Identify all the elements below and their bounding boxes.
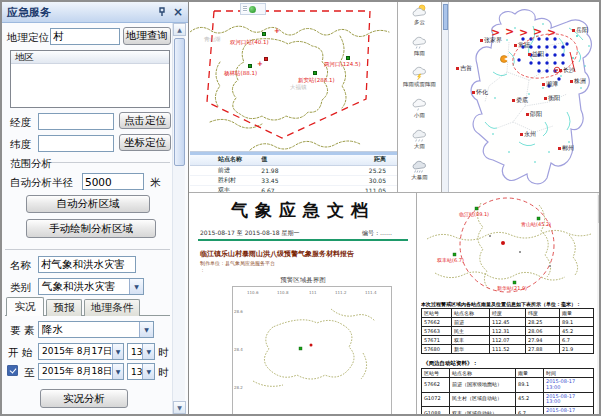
geo-query-button[interactable]: 地理查询 — [123, 27, 171, 45]
station-label: 双河口站(40.1) — [230, 40, 269, 46]
emergency-panel: 应急服务 × 地理定位 地理查询 地区 经度 点击定位 纬度 坐标定位 范围分析… — [2, 2, 189, 414]
rainstorm-icon — [410, 159, 430, 173]
chevron-down-icon[interactable]: ▼ — [142, 344, 154, 359]
scrollbar-thumb[interactable] — [174, 38, 185, 166]
city-label: 吉首 — [456, 65, 472, 71]
longitude-input[interactable] — [38, 113, 114, 130]
station-marker[interactable] — [264, 57, 268, 61]
radius-input[interactable] — [82, 173, 144, 190]
chevron-down-icon[interactable]: ▼ — [142, 364, 154, 379]
click-locate-button[interactable]: 点击定位 — [119, 112, 171, 129]
category-label: 类别 — [10, 281, 31, 295]
document-title: 气象应急文档 — [190, 199, 416, 222]
city-label: 张家界 — [480, 37, 502, 43]
element-value: 降水 — [42, 323, 63, 337]
app-window: 应急服务 × 地理定位 地理查询 地区 经度 点击定位 纬度 坐标定位 范围分析… — [0, 0, 601, 416]
end-hour-value: 13 — [131, 367, 142, 377]
end-checkbox[interactable] — [7, 365, 18, 376]
city-label: 常德 — [514, 42, 530, 48]
thunderstorm-icon — [410, 66, 430, 80]
station-marker[interactable] — [262, 32, 266, 36]
start-label: 开 始 — [8, 346, 32, 360]
nearby-station-table: 区站号站点名称雨量时间57662前进（国家级地面站）89.12015-08-17… — [421, 368, 594, 416]
start-hour-picker[interactable]: 13 ▼ — [127, 343, 155, 360]
coord-locate-button[interactable]: 坐标定位 — [119, 134, 171, 151]
station-label: 双丰站(6.7) — [437, 257, 464, 263]
radius-label: 自动分析半径 — [10, 176, 73, 190]
auto-region-button[interactable]: 自动分析区域 — [26, 195, 150, 213]
panel-scrollbar[interactable]: ▲ ▼ — [172, 23, 185, 414]
close-icon[interactable]: × — [173, 6, 183, 18]
svg-text:>: > — [547, 26, 556, 39]
legend-item: 大雨 — [398, 126, 441, 157]
document-figure: 110.6 110.8 111 111.2 111.4 28.6 28.4 28… — [232, 286, 392, 415]
map-toolbar[interactable] — [240, 3, 266, 15]
element-label: 要 素 — [10, 324, 34, 338]
grip-icon — [243, 6, 247, 12]
center-point — [501, 241, 505, 245]
latitude-label: 纬度 — [10, 138, 31, 152]
document-colon: ： — [200, 267, 205, 273]
category-value: 气象和洪水灾害 — [42, 280, 116, 294]
divider — [189, 192, 601, 193]
scroll-up-icon[interactable]: ▲ — [173, 23, 186, 36]
analysis-map[interactable] — [190, 2, 397, 152]
range-group-label: 范围分析 — [10, 157, 52, 171]
document-scrollbar[interactable] — [597, 193, 601, 416]
legend-item: 阵雨 — [398, 33, 441, 64]
chevron-down-icon[interactable]: ▼ — [112, 344, 123, 359]
region-list-header[interactable]: 地区 — [11, 51, 169, 64]
station-marker[interactable] — [346, 56, 350, 60]
pin-icon[interactable] — [158, 7, 167, 17]
station-marker[interactable] — [248, 64, 252, 68]
station-table[interactable]: 站点名称值距离前进21.9825.25胜利村33.4530.05双丰6.6711… — [190, 155, 397, 192]
tick-label: 28.4 — [234, 347, 243, 352]
capital-marker-dot — [556, 69, 558, 71]
region-listbox[interactable]: 地区 — [10, 50, 170, 108]
map-scrollbar[interactable] — [442, 2, 449, 192]
city-label: 岳阳 — [572, 27, 588, 33]
geo-input[interactable] — [50, 28, 120, 45]
end-date-picker[interactable]: 2015年 8月18日 ▼ — [38, 363, 124, 380]
city-label: 邵阳 — [526, 111, 542, 117]
city-label: 益阳 — [528, 51, 544, 57]
panel-title: 应急服务 — [7, 5, 51, 20]
station-label: 新华站(21.9) — [497, 285, 527, 291]
scroll-down-icon[interactable]: ▼ — [173, 401, 186, 414]
sun-cloud-icon — [410, 4, 430, 18]
longitude-label: 经度 — [10, 116, 31, 130]
panel-titlebar: 应急服务 × — [2, 2, 188, 23]
chevron-down-icon[interactable]: ▼ — [129, 279, 143, 294]
tab-label: 地理条件 — [91, 301, 133, 315]
station-label: 青山站(45.2) — [521, 221, 551, 227]
tab-live[interactable]: 实况 — [6, 297, 44, 316]
latitude-input[interactable] — [38, 135, 114, 152]
start-date-picker[interactable]: 2015年 8月17日 ▼ — [38, 343, 124, 360]
tab-forecast[interactable]: 预报 — [46, 299, 82, 316]
analyze-button[interactable]: 实况分析 — [40, 389, 128, 408]
tab-geography[interactable]: 地理条件 — [84, 299, 140, 316]
city-label: 永州 — [520, 131, 536, 137]
scrollbar-thumb[interactable] — [443, 4, 448, 30]
category-select[interactable]: 气象和洪水灾害 ▼ — [38, 278, 144, 295]
tick-label: 110.6 — [247, 290, 259, 295]
divider — [441, 2, 442, 192]
legend-item: 大暴雨 — [398, 157, 441, 188]
element-select[interactable]: 降水 ▼ — [38, 321, 154, 338]
document-date-line: 2015-08-17 至 2015-08-18 星期一 — [200, 229, 299, 238]
divider — [397, 2, 398, 192]
start-date-value: 2015年 8月17日 — [42, 345, 112, 358]
geo-label: 地理定位 — [7, 31, 49, 45]
refresh-globe-icon[interactable] — [249, 6, 256, 13]
city-label: 长沙 — [559, 67, 575, 73]
end-hour-picker[interactable]: 13 ▼ — [127, 363, 155, 380]
analysis-map-pane: + + 双河口站(40.1) 杨林站(88.1) 新安站(288.1) 两河口(… — [190, 2, 397, 192]
chevron-down-icon[interactable]: ▼ — [139, 322, 153, 337]
legend-label: 小雨 — [414, 112, 425, 119]
manual-region-button[interactable]: 手动绘制分析区域 — [26, 219, 156, 238]
hour-suffix: 时 — [158, 346, 169, 360]
name-input[interactable] — [38, 256, 136, 273]
city-label: 郴州 — [558, 145, 574, 151]
station-marker[interactable] — [313, 71, 317, 75]
chevron-down-icon[interactable]: ▼ — [112, 364, 123, 379]
